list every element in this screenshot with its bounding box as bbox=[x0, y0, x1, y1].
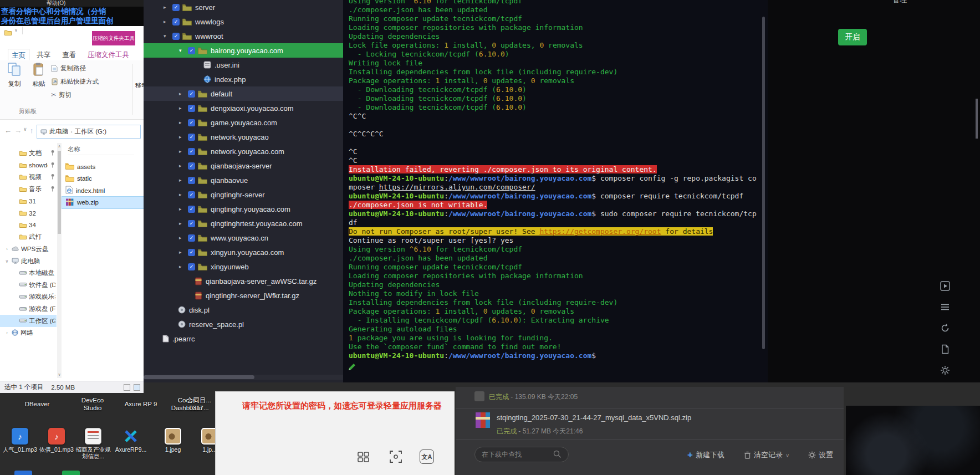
terminal[interactable]: Using version ^6.10 for tecnickcom/tcpdf… bbox=[343, 0, 768, 382]
chevron-collapsed-icon[interactable]: ▸ bbox=[179, 221, 188, 226]
sidebar-item[interactable]: 武打 bbox=[0, 231, 57, 243]
edit-pencil-icon[interactable] bbox=[348, 363, 356, 374]
desktop-icon-label[interactable]: DBeaver bbox=[20, 401, 54, 408]
tree-item[interactable]: ▸✓default bbox=[144, 86, 343, 101]
up-icon[interactable]: ↑ bbox=[30, 126, 34, 135]
tab-compressed-tools[interactable]: 压缩文件工具 bbox=[84, 49, 132, 60]
tree-item[interactable]: qingtinghr-server_jWfkr.tar.gz bbox=[144, 288, 343, 303]
sidebar-item[interactable]: 文档 bbox=[0, 147, 57, 160]
chevron-collapsed-icon[interactable]: ▸ bbox=[179, 120, 188, 125]
chevron-collapsed-icon[interactable]: ▸ bbox=[179, 264, 188, 269]
cut-button[interactable]: ✂ 剪切 bbox=[51, 90, 72, 100]
tree-item[interactable]: ▸✓network.youyacao.com bbox=[144, 144, 343, 159]
chevron-collapsed-icon[interactable]: ▸ bbox=[179, 91, 188, 96]
settings-button[interactable]: 设置 bbox=[808, 449, 833, 461]
tree-item[interactable]: ▸✓dengxiaoxi.youyacao.com bbox=[144, 101, 343, 115]
file-item[interactable]: web.zip bbox=[62, 197, 144, 209]
tree-item[interactable]: ▸✓qingtinghr.youyacao.com bbox=[144, 202, 343, 216]
copy-path-button[interactable]: 复制路径 bbox=[51, 63, 86, 73]
chevron-collapsed-icon[interactable]: ▸ bbox=[164, 4, 172, 10]
sidebar-item[interactable]: ›网络 bbox=[0, 327, 57, 339]
tree-item[interactable]: disk.pl bbox=[144, 303, 343, 317]
scrollbar-thumb[interactable] bbox=[144, 375, 254, 379]
quick-access-folder-icon[interactable] bbox=[4, 28, 12, 38]
tree-item[interactable]: ▸✓qianbaovue bbox=[144, 173, 343, 187]
desktop-icon[interactable]: 1.jpeg bbox=[155, 428, 191, 453]
desktop-icon-label[interactable]: 合同目...0317... bbox=[183, 397, 215, 412]
tree-item[interactable]: ▸✓www.youyacao.cn bbox=[144, 231, 343, 245]
sidebar-item[interactable]: 视频 bbox=[0, 171, 57, 183]
scroll-up-icon[interactable]: ∧ bbox=[57, 144, 62, 149]
chevron-collapsed-icon[interactable]: ▸ bbox=[179, 149, 188, 154]
file-item[interactable]: index.html bbox=[62, 185, 144, 197]
sidebar-item[interactable]: 32 bbox=[0, 207, 57, 219]
list-icon[interactable] bbox=[940, 302, 951, 313]
menu-item-help[interactable]: 帮助(O) bbox=[47, 0, 65, 6]
chevron-down-icon[interactable]: ∨ bbox=[14, 28, 18, 33]
tree-item[interactable]: ▸✓game.youyacao.com bbox=[144, 115, 343, 130]
sidebar-item[interactable]: 游戏盘 (F:) bbox=[0, 303, 57, 315]
new-download-button[interactable]: + 新建下载 bbox=[687, 449, 724, 461]
breadcrumb-device[interactable]: 此电脑 bbox=[49, 127, 69, 136]
chevron-collapsed-icon[interactable]: ▸ bbox=[179, 163, 188, 168]
tab-home[interactable]: 主页 bbox=[8, 49, 29, 60]
tree-item[interactable]: ▸✓qingtinghrtest.youyacao.com bbox=[144, 216, 343, 231]
paste-shortcut-button[interactable]: 粘贴快捷方式 bbox=[51, 76, 99, 86]
tree-horizontal-scrollbar[interactable] bbox=[144, 375, 343, 380]
file-item[interactable]: static bbox=[62, 173, 144, 185]
chevron-collapsed-icon[interactable]: › bbox=[4, 247, 9, 252]
refresh-icon[interactable] bbox=[940, 323, 951, 334]
chevron-collapsed-icon[interactable]: › bbox=[4, 330, 9, 335]
translate-icon[interactable]: 文A bbox=[420, 450, 434, 464]
taskbar-icon-partial[interactable] bbox=[62, 471, 80, 475]
recent-locations-icon[interactable]: ∨ bbox=[23, 126, 27, 132]
desktop-icon[interactable]: 招商及产业规划信息... bbox=[75, 428, 111, 459]
clear-records-button[interactable]: 清空记录 ∨ bbox=[744, 449, 789, 461]
column-header-name[interactable]: 名称 bbox=[68, 145, 134, 155]
breadcrumb-folder[interactable]: 工作区 (G:) bbox=[75, 127, 107, 136]
chevron-expanded-icon[interactable]: ▾ bbox=[179, 48, 188, 53]
chevron-collapsed-icon[interactable]: ▸ bbox=[179, 235, 188, 241]
chevron-expanded-icon[interactable]: ∨ bbox=[4, 259, 9, 264]
image-thumbnail[interactable] bbox=[846, 406, 980, 475]
chevron-collapsed-icon[interactable]: ▸ bbox=[179, 192, 188, 197]
sidebar-scrollbar[interactable]: ∧ ∨ bbox=[57, 143, 62, 378]
tree-item[interactable]: ▾✓wwwroot bbox=[144, 29, 343, 43]
terminal-scrollbar[interactable] bbox=[762, 17, 765, 349]
tree-item[interactable]: index.php bbox=[144, 72, 343, 86]
right-edge-scrollbar[interactable] bbox=[976, 99, 978, 139]
tree-item[interactable]: ▸✓qingtinghr-server bbox=[144, 187, 343, 202]
tree-item[interactable]: .pearrc bbox=[144, 331, 343, 346]
file-item[interactable]: assets bbox=[62, 161, 144, 173]
scroll-down-icon[interactable]: ∨ bbox=[57, 372, 62, 377]
tree-item[interactable]: ▸✓qianbaojava-server bbox=[144, 159, 343, 173]
tab-share[interactable]: 共享 bbox=[33, 49, 54, 60]
run-panel-icon[interactable] bbox=[940, 280, 951, 292]
chevron-collapsed-icon[interactable]: ▸ bbox=[179, 206, 188, 212]
desktop-icon[interactable]: ♪依偎_01.mp3 bbox=[39, 428, 74, 453]
sidebar-item[interactable]: 游戏娱乐盘 (E:) bbox=[0, 291, 57, 303]
tree-item[interactable]: .user.ini bbox=[144, 58, 343, 72]
download-filename[interactable]: stqingting_2025-07-30_21-44-27_mysql_dat… bbox=[497, 413, 835, 422]
tree-item[interactable]: ▸✓network.youyacao bbox=[144, 130, 343, 144]
move-to-label[interactable]: 移动 bbox=[135, 81, 144, 90]
chevron-collapsed-icon[interactable]: ▸ bbox=[179, 249, 188, 255]
forward-icon[interactable]: → bbox=[14, 126, 22, 135]
tree-item[interactable]: qianbaojava-server_awWSC.tar.gz bbox=[144, 274, 343, 288]
view-list-icon[interactable] bbox=[124, 384, 130, 391]
sidebar-item[interactable]: 34 bbox=[0, 219, 57, 232]
tree-item[interactable]: ▸✓xingyunweb bbox=[144, 259, 343, 274]
copy-button[interactable]: 复制 bbox=[3, 62, 25, 88]
desktop-icon-label[interactable]: DevEcoStudio bbox=[74, 397, 111, 412]
tree-item[interactable]: ▸✓server bbox=[144, 0, 343, 14]
sidebar-item[interactable]: 本地磁盘 (C:) bbox=[0, 267, 57, 279]
tree-item[interactable]: reserve_space.pl bbox=[144, 317, 343, 331]
tree-item[interactable]: ▸✓wwwlogs bbox=[144, 14, 343, 29]
paste-button[interactable]: 粘贴 bbox=[28, 62, 50, 88]
sidebar-item[interactable]: showdoc-m... bbox=[0, 160, 57, 172]
enable-button[interactable]: 开启 bbox=[838, 29, 867, 45]
desktop-icon[interactable]: AxureRP9... bbox=[113, 428, 149, 453]
address-bar[interactable]: 此电脑 › 工作区 (G:) bbox=[37, 125, 141, 139]
back-icon[interactable]: ← bbox=[4, 126, 12, 135]
sidebar-item[interactable]: 软件盘 (D:) bbox=[0, 279, 57, 292]
